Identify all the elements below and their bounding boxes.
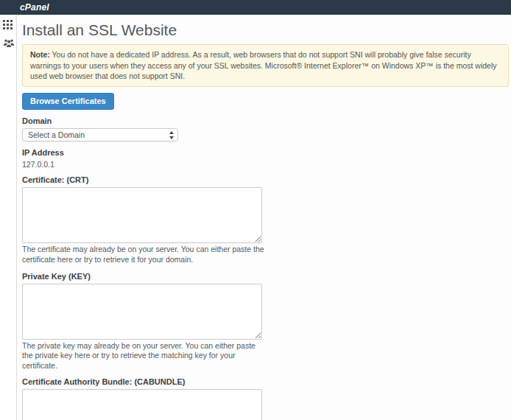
notice-text: You do not have a dedicated IP address. … bbox=[30, 50, 497, 80]
private-key-textarea[interactable] bbox=[22, 284, 262, 340]
browse-certificates-button[interactable]: Browse Certificates bbox=[22, 93, 114, 110]
cpanel-logo: cPanel bbox=[20, 2, 49, 13]
certificate-textarea[interactable] bbox=[22, 187, 262, 243]
notice-label: Note: bbox=[30, 50, 50, 59]
ca-bundle-textarea[interactable] bbox=[22, 389, 262, 420]
apps-grid-icon[interactable] bbox=[3, 20, 14, 30]
main-content: Install an SSL Website Note: You do not … bbox=[17, 15, 511, 420]
dedicated-ip-notice: Note: You do not have a dedicated IP add… bbox=[22, 44, 509, 87]
top-navbar: cPanel bbox=[0, 0, 511, 15]
certificate-help: The certificate may already be on your s… bbox=[22, 245, 265, 265]
domain-select[interactable]: Select a Domain bbox=[22, 128, 178, 141]
ip-address-value: 127.0.0.1 bbox=[22, 160, 510, 169]
private-key-help: The private key may already be on your s… bbox=[22, 341, 265, 371]
certificate-label: Certificate: (CRT) bbox=[22, 175, 510, 184]
ca-bundle-label: Certificate Authority Bundle: (CABUNDLE) bbox=[22, 377, 510, 386]
domain-label: Domain bbox=[22, 116, 510, 125]
select-stepper-icon bbox=[169, 131, 174, 139]
icon-sidebar bbox=[0, 15, 17, 420]
page-title: Install an SSL Website bbox=[22, 21, 510, 39]
private-key-label: Private Key (KEY) bbox=[22, 272, 510, 281]
domain-select-value: Select a Domain bbox=[28, 130, 85, 139]
ip-address-label: IP Address bbox=[22, 148, 510, 157]
user-manager-icon[interactable] bbox=[3, 38, 14, 49]
